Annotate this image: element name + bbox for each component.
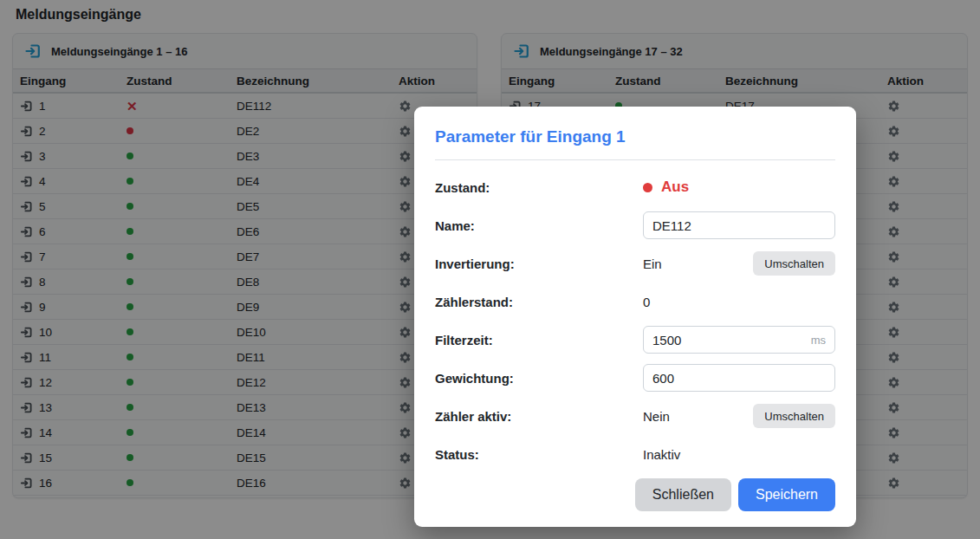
status-value: Inaktiv <box>643 447 680 462</box>
status-label: Status: <box>435 447 643 462</box>
name-input[interactable] <box>643 211 835 239</box>
zaehler-aktiv-value: Nein <box>643 409 670 424</box>
divider <box>435 159 835 160</box>
invertierung-label: Invertierung: <box>435 257 643 271</box>
field-row-invertierung: Invertierung: Ein Umschalten <box>435 250 835 277</box>
zaehlerstand-value: 0 <box>643 295 650 309</box>
state-off-dot-icon <box>643 183 652 192</box>
name-label: Name: <box>435 218 643 233</box>
parameter-dialog: Parameter für Eingang 1 Zustand: Aus Nam… <box>414 107 856 527</box>
field-row-filterzeit: Filterzeit: ms <box>435 326 835 354</box>
filterzeit-input[interactable] <box>643 326 835 354</box>
field-row-status: Status: Inaktiv <box>435 440 835 468</box>
gewichtung-input[interactable] <box>643 364 835 392</box>
invertierung-toggle-button[interactable]: Umschalten <box>753 251 835 276</box>
field-row-name: Name: <box>435 211 835 239</box>
dialog-footer: Schließen Speichern <box>435 478 835 511</box>
zaehlerstand-label: Zählerstand: <box>435 295 643 309</box>
field-row-zaehlerstand: Zählerstand: 0 <box>435 288 835 315</box>
zustand-value: Aus <box>661 179 689 196</box>
field-row-zustand: Zustand: Aus <box>435 173 835 201</box>
filterzeit-label: Filterzeit: <box>435 333 643 347</box>
ms-unit-label: ms <box>811 334 826 347</box>
zustand-label: Zustand: <box>435 180 643 195</box>
invertierung-value: Ein <box>643 257 662 271</box>
field-row-gewichtung: Gewichtung: <box>435 364 835 392</box>
field-row-zaehler-aktiv: Zähler aktiv: Nein Umschalten <box>435 402 835 430</box>
dialog-title: Parameter für Eingang 1 <box>435 127 835 146</box>
zaehler-aktiv-label: Zähler aktiv: <box>435 409 643 424</box>
save-button[interactable]: Speichern <box>738 478 835 511</box>
gewichtung-label: Gewichtung: <box>435 371 643 386</box>
zaehler-aktiv-toggle-button[interactable]: Umschalten <box>753 404 835 428</box>
close-button[interactable]: Schließen <box>635 478 731 511</box>
